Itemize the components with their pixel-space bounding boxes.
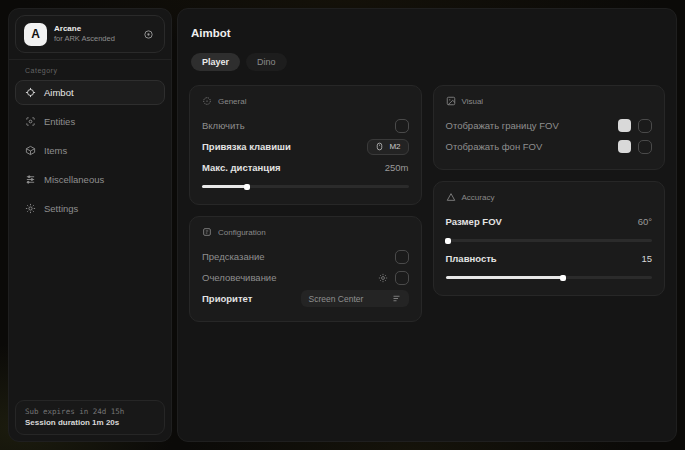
sidebar-item-aimbot[interactable]: Aimbot xyxy=(15,80,165,105)
visual-card-header: Visual xyxy=(446,96,653,106)
sidebar-item-miscellaneous[interactable]: Miscellaneous xyxy=(15,167,165,192)
accuracy-card: Accuracy Размер FOV 60° Плавность 15 xyxy=(433,181,666,296)
enable-row: Включить xyxy=(202,115,409,136)
priority-dropdown[interactable]: Screen Center xyxy=(301,290,409,307)
fov-border-controls xyxy=(618,119,652,133)
sliders-icon xyxy=(25,174,36,185)
fov-border-color-swatch[interactable] xyxy=(618,119,631,132)
sidebar-item-label: Items xyxy=(44,145,67,156)
sidebar: A Arcane for ARK Ascended Category Aimbo… xyxy=(8,8,172,442)
wrench-icon xyxy=(202,227,212,237)
accuracy-card-title: Accuracy xyxy=(462,193,495,202)
max-distance-row: Макс. дистанция 250m xyxy=(202,157,409,178)
fov-size-value: 60° xyxy=(638,216,652,227)
image-icon xyxy=(446,96,456,106)
prediction-row: Предсказание xyxy=(202,246,409,267)
app-logo: A xyxy=(24,23,47,46)
configuration-card: Configuration Предсказание Очеловечивани… xyxy=(189,216,422,322)
category-label: Category xyxy=(9,60,171,79)
enable-checkbox[interactable] xyxy=(395,119,409,133)
smoothness-value: 15 xyxy=(641,253,652,264)
smoothness-slider-fill xyxy=(446,276,564,279)
general-card-title: General xyxy=(218,97,246,106)
sidebar-item-items[interactable]: Items xyxy=(15,138,165,163)
sidebar-item-settings[interactable]: Settings xyxy=(15,196,165,221)
keybind-value: M2 xyxy=(389,142,400,151)
configuration-card-header: Configuration xyxy=(202,227,409,237)
general-card: General Включить Привязка клавиши M xyxy=(189,85,422,205)
fov-size-slider[interactable] xyxy=(446,239,653,242)
app-header-card: A Arcane for ARK Ascended xyxy=(15,15,165,53)
fov-bg-checkbox[interactable] xyxy=(638,140,652,154)
fov-size-label: Размер FOV xyxy=(446,216,502,227)
fov-border-checkbox[interactable] xyxy=(638,119,652,133)
general-card-header: General xyxy=(202,96,409,106)
visual-card: Visual Отображать границу FOV Отображать… xyxy=(433,85,666,170)
humanize-label: Очеловечивание xyxy=(202,272,276,283)
fov-bg-color-swatch[interactable] xyxy=(618,140,631,153)
keybind-button[interactable]: M2 xyxy=(367,139,408,155)
smoothness-slider[interactable] xyxy=(446,276,653,279)
session-info-card: Sub expires in 24d 15h Session duration … xyxy=(15,400,165,435)
keybind-label: Привязка клавиши xyxy=(202,141,291,152)
status-icon[interactable] xyxy=(141,27,156,42)
app-name: Arcane xyxy=(54,24,134,34)
list-icon xyxy=(392,294,401,303)
fov-bg-row: Отображать фон FOV xyxy=(446,136,653,157)
max-distance-value: 250m xyxy=(385,162,409,173)
session-duration-text: Session duration 1m 20s xyxy=(25,417,155,429)
mouse-icon xyxy=(375,142,384,151)
tab-player[interactable]: Player xyxy=(191,53,240,71)
cards-grid: General Включить Привязка клавиши M xyxy=(189,85,665,322)
prediction-checkbox[interactable] xyxy=(395,250,409,264)
configuration-card-title: Configuration xyxy=(218,228,266,237)
enable-label: Включить xyxy=(202,120,245,131)
sidebar-item-label: Entities xyxy=(44,116,75,127)
gear-icon xyxy=(25,203,36,214)
sidebar-item-label: Settings xyxy=(44,203,78,214)
target-icon xyxy=(202,96,212,106)
main-panel: Aimbot Player Dino General Включить xyxy=(177,8,677,442)
sidebar-item-entities[interactable]: Entities xyxy=(15,109,165,134)
max-distance-slider-fill xyxy=(202,185,247,188)
priority-row: Приоритет Screen Center xyxy=(202,288,409,309)
fov-size-row: Размер FOV 60° xyxy=(446,211,653,232)
page-title: Aimbot xyxy=(191,27,665,39)
right-column: Visual Отображать границу FOV Отображать… xyxy=(433,85,666,322)
max-distance-label: Макс. дистанция xyxy=(202,162,281,173)
sidebar-item-label: Aimbot xyxy=(44,87,74,98)
max-distance-slider[interactable] xyxy=(202,185,409,188)
priority-value: Screen Center xyxy=(309,294,364,304)
fov-bg-controls xyxy=(618,140,652,154)
prediction-label: Предсказание xyxy=(202,251,265,262)
smoothness-row: Плавность 15 xyxy=(446,248,653,269)
fov-bg-label: Отображать фон FOV xyxy=(446,141,543,152)
left-column: General Включить Привязка клавиши M xyxy=(189,85,422,322)
fov-border-label: Отображать границу FOV xyxy=(446,120,559,131)
package-icon xyxy=(25,145,36,156)
priority-label: Приоритет xyxy=(202,293,252,304)
humanize-row: Очеловечивание xyxy=(202,267,409,288)
app-meta: Arcane for ARK Ascended xyxy=(54,24,134,43)
visual-card-title: Visual xyxy=(462,97,484,106)
sidebar-item-label: Miscellaneous xyxy=(44,174,104,185)
fov-border-row: Отображать границу FOV xyxy=(446,115,653,136)
crosshair-icon xyxy=(25,87,36,98)
fov-size-slider-fill xyxy=(446,239,448,242)
sub-expires-text: Sub expires in 24d 15h xyxy=(25,406,155,417)
humanize-gear-icon[interactable] xyxy=(378,273,388,283)
sidebar-nav: Aimbot Entities Items xyxy=(9,79,171,222)
scan-icon xyxy=(25,116,36,127)
keybind-row: Привязка клавиши M2 xyxy=(202,136,409,157)
accuracy-card-header: Accuracy xyxy=(446,192,653,202)
humanize-checkbox[interactable] xyxy=(395,271,409,285)
tab-bar: Player Dino xyxy=(191,53,665,71)
tab-dino[interactable]: Dino xyxy=(246,53,287,71)
app-subtitle: for ARK Ascended xyxy=(54,34,134,43)
triangle-icon xyxy=(446,192,456,202)
humanize-controls xyxy=(378,271,409,285)
smoothness-label: Плавность xyxy=(446,253,497,264)
